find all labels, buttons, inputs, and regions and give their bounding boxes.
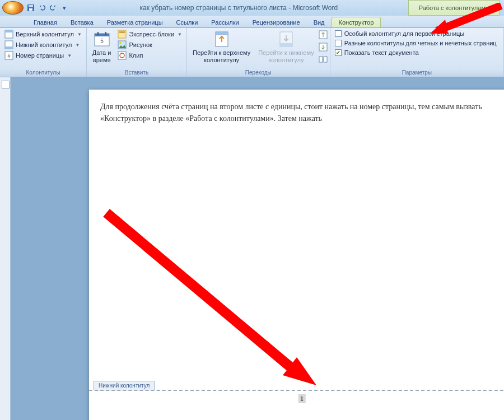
group-label: Параметры	[333, 68, 501, 77]
page-viewport[interactable]: Для продолжения счёта страниц на втором …	[22, 77, 504, 420]
svg-rect-1	[29, 5, 33, 7]
quick-access-toolbar: ▾	[26, 3, 69, 13]
footer-icon	[4, 40, 13, 49]
date-time-button[interactable]: 5 Дата и время	[89, 29, 115, 64]
goto-header-l2: колонтитулу	[204, 57, 239, 64]
page: Для продолжения счёта страниц на втором …	[89, 90, 504, 420]
tab-insert[interactable]: Вставка	[64, 17, 100, 27]
goto-footer-button: Перейти к нижнему колонтитулу	[255, 29, 317, 64]
link-previous-icon[interactable]	[319, 55, 328, 64]
svg-text:#: #	[7, 53, 10, 59]
qat-dropdown-icon[interactable]: ▾	[59, 3, 69, 13]
footer-label: Нижний колонтитул	[16, 41, 72, 48]
prev-section-icon[interactable]	[319, 30, 328, 39]
svg-rect-6	[5, 46, 13, 49]
group-navigation: Перейти к верхнему колонтитулу Перейти к…	[187, 28, 330, 77]
svg-rect-10	[95, 34, 109, 36]
svg-rect-2	[29, 8, 32, 11]
group-label: Переходы	[189, 68, 328, 77]
svg-text:5: 5	[100, 38, 104, 44]
show-document-text-checkbox[interactable]: ✔ Показать текст документа	[333, 48, 499, 57]
chevron-down-icon: ▼	[75, 43, 80, 48]
different-odd-even-checkbox[interactable]: Разные колонтитулы для четных и нечетных…	[333, 39, 499, 48]
vertical-ruler[interactable]	[0, 77, 11, 420]
header-button[interactable]: Верхний колонтитул ▼	[2, 29, 84, 39]
tab-references[interactable]: Ссылки	[170, 17, 205, 27]
ribbon-tabs: Главная Вставка Разметка страницы Ссылки…	[0, 16, 504, 28]
tab-layout[interactable]: Разметка страницы	[100, 17, 170, 27]
tab-mailings[interactable]: Рассылки	[204, 17, 245, 27]
picture-icon	[118, 40, 127, 49]
svg-rect-27	[324, 57, 327, 62]
svg-point-17	[119, 42, 122, 44]
tab-home[interactable]: Главная	[27, 17, 64, 27]
quick-parts-button[interactable]: Экспресс-блоки ▼	[115, 29, 184, 39]
group-headers-footers: Верхний колонтитул ▼ Нижний колонтитул ▼…	[0, 28, 87, 77]
group-label: Колонтитулы	[2, 68, 84, 77]
page-number-label: Номер страницы	[16, 52, 64, 59]
group-label: Вставить	[89, 68, 184, 77]
ribbon: Верхний колонтитул ▼ Нижний колонтитул ▼…	[0, 28, 504, 77]
chevron-down-icon: ▼	[178, 32, 182, 37]
different-first-page-label: Особый колонтитул для первой страницы	[344, 30, 465, 37]
goto-header-button[interactable]: Перейти к верхнему колонтитулу	[189, 29, 254, 64]
svg-rect-4	[5, 30, 13, 32]
group-insert: 5 Дата и время Экспресс-блоки ▼ Ри	[87, 28, 187, 77]
goto-footer-icon	[277, 30, 295, 48]
document-paragraph: Для продолжения счёта страниц на втором …	[100, 101, 503, 124]
tab-designer[interactable]: Конструктор	[332, 17, 381, 27]
show-document-text-label: Показать текст документа	[344, 49, 419, 56]
clip-label: Клип	[129, 52, 143, 59]
save-icon[interactable]	[26, 3, 36, 13]
header-icon	[4, 30, 13, 39]
next-section-icon[interactable]	[319, 43, 328, 52]
checkbox-checked-icon: ✔	[335, 49, 342, 56]
footer-tag[interactable]: Нижний колонтитул	[94, 381, 155, 390]
redo-icon[interactable]	[48, 3, 58, 13]
chevron-down-icon: ▼	[67, 53, 72, 58]
calendar-icon: 5	[93, 30, 111, 48]
svg-rect-23	[280, 43, 292, 46]
goto-footer-l1: Перейти к нижнему	[258, 49, 314, 57]
tab-view[interactable]: Вид	[307, 17, 332, 27]
contextual-tab-group: Работа с колонтитулами	[408, 0, 500, 16]
svg-rect-26	[319, 57, 323, 62]
different-first-page-checkbox[interactable]: Особый колонтитул для первой страницы	[333, 29, 499, 38]
goto-footer-l2: колонтитулу	[268, 57, 304, 64]
chevron-down-icon: ▼	[77, 32, 82, 37]
footer-button[interactable]: Нижний колонтитул ▼	[2, 40, 84, 50]
tab-review[interactable]: Рецензирование	[246, 17, 307, 27]
date-time-label-l1: Дата и	[92, 49, 111, 57]
checkbox-icon	[335, 30, 342, 37]
date-time-label-l2: время	[93, 57, 111, 64]
svg-rect-18	[118, 52, 126, 59]
page-number-button[interactable]: # Номер страницы ▼	[2, 50, 84, 60]
goto-header-icon	[213, 30, 231, 48]
quick-parts-label: Экспресс-блоки	[129, 31, 174, 38]
page-number-field[interactable]: 1	[298, 394, 306, 403]
svg-rect-15	[119, 31, 125, 33]
goto-header-l1: Перейти к верхнему	[193, 49, 250, 57]
picture-label: Рисунок	[129, 41, 152, 48]
page-number-icon: #	[4, 51, 13, 60]
undo-icon[interactable]	[37, 3, 47, 13]
picture-button[interactable]: Рисунок	[115, 40, 184, 50]
different-odd-even-label: Разные колонтитулы для четных и нечетных…	[344, 40, 497, 46]
clip-icon	[118, 51, 127, 60]
office-button[interactable]	[2, 1, 24, 15]
quick-parts-icon	[118, 30, 127, 39]
window-title: как убрать номер страницы с титульного л…	[69, 4, 408, 12]
title-bar: ▾ как убрать номер страницы с титульного…	[0, 0, 504, 16]
clip-button[interactable]: Клип	[115, 50, 184, 60]
document-area: Для продолжения счёта страниц на втором …	[0, 77, 504, 420]
svg-rect-21	[216, 32, 228, 35]
header-label: Верхний колонтитул	[16, 31, 74, 38]
checkbox-icon	[335, 40, 342, 46]
group-options: Особый колонтитул для первой страницы Ра…	[330, 28, 504, 77]
